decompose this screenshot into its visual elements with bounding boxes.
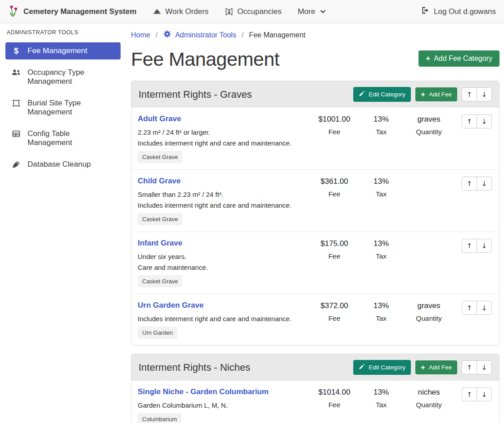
move-fee-down-button[interactable]: ↓ (477, 387, 492, 401)
sidebar-section-header: ADMINISTRATOR TOOLS (0, 29, 126, 36)
quantity-cell: graves Quantity (404, 114, 454, 136)
quantity-label: Quantity (404, 314, 454, 323)
breadcrumb-separator: / (242, 31, 243, 39)
sidebar-item-label: Database Cleanup (27, 160, 91, 169)
add-fee-button[interactable]: + Add Fee (415, 87, 457, 101)
quantity-value: graves (404, 301, 454, 310)
edit-category-label: Edit Category (369, 364, 405, 371)
add-fee-button[interactable]: + Add Fee (415, 360, 457, 374)
move-category-up-button[interactable]: ↑ (462, 360, 477, 374)
arrow-up-icon: ↑ (467, 304, 472, 312)
fee-name-link[interactable]: Infant Grave (138, 239, 182, 248)
move-fee-down-button[interactable]: ↓ (477, 177, 492, 191)
edit-category-label: Edit Category (369, 91, 405, 98)
breadcrumb-home-link[interactable]: Home (131, 31, 150, 39)
arrow-down-icon: ↓ (482, 304, 487, 312)
tax-value: 13% (359, 239, 404, 248)
move-fee-down-button[interactable]: ↓ (477, 239, 492, 253)
breadcrumb-admin-tools-link[interactable]: Administrator Tools (163, 30, 236, 40)
logout-button[interactable]: Log Out d.gowans (421, 6, 496, 17)
move-category-down-button[interactable]: ↓ (477, 360, 492, 374)
tulip-logo-icon (8, 4, 19, 19)
fee-type-badge: Casket Grave (138, 275, 182, 287)
fee-name-link[interactable]: Urn Garden Grave (138, 301, 203, 310)
tax-value: 13% (359, 177, 404, 186)
add-fee-label: Add Fee (429, 364, 452, 371)
quantity-label: Quantity (404, 128, 454, 136)
fee-name-link[interactable]: Adult Grave (138, 114, 181, 123)
page-title: Fee Management (131, 47, 279, 71)
nav-occupancies[interactable]: Occupancies (225, 7, 281, 16)
app-title: Cemetery Management System (23, 7, 136, 16)
fee-row-single-niche: Single Niche - Garden Columbarium Garden… (131, 381, 499, 423)
sidebar-item-fee-management[interactable]: $ Fee Management (5, 42, 121, 59)
tax-cell: 13% Tax (359, 114, 404, 136)
sidebar-item-database-cleanup[interactable]: Database Cleanup (5, 156, 121, 173)
move-category-down-button[interactable]: ↓ (477, 87, 492, 101)
move-category-up-button[interactable]: ↑ (462, 87, 477, 101)
arrow-up-icon: ↑ (467, 391, 472, 399)
move-fee-up-button[interactable]: ↑ (462, 177, 477, 191)
fee-type-badge: Urn Garden (138, 327, 177, 339)
move-fee-down-button[interactable]: ↓ (477, 114, 492, 128)
sidebar-item-config-table-management[interactable]: Config Table Management (5, 125, 121, 151)
tax-value: 13% (359, 115, 404, 124)
fee-amount: $1014.00 (310, 388, 359, 397)
sidebar-item-burial-site-type-management[interactable]: Burial Site Type Management (5, 95, 121, 121)
app-brand[interactable]: Cemetery Management System (8, 4, 136, 19)
pencil-icon (359, 364, 365, 371)
category-actions: Edit Category + Add Fee ↑ ↓ (353, 360, 492, 375)
fee-description: Under six years. (138, 253, 306, 260)
fee-amount: $372.00 (310, 301, 359, 310)
category-header: Interment Rights - Graves Edit Category … (131, 81, 499, 108)
arrow-down-icon: ↓ (482, 242, 487, 250)
plus-icon: + (421, 91, 425, 98)
breadcrumb: Home / Administrator Tools / Fee Managem… (131, 30, 500, 40)
move-fee-up-button[interactable]: ↑ (462, 387, 477, 401)
fee-amount-label: Fee (310, 314, 359, 323)
sidebar-item-label: Burial Site Type Management (27, 99, 115, 117)
fee-reorder-group: ↑ ↓ (457, 301, 492, 315)
tax-cell: 13% Tax (359, 387, 404, 409)
fee-amount-label: Fee (310, 252, 359, 260)
move-fee-up-button[interactable]: ↑ (462, 239, 477, 253)
edit-category-button[interactable]: Edit Category (353, 87, 411, 102)
chevron-down-icon (320, 8, 326, 15)
edit-category-button[interactable]: Edit Category (353, 360, 411, 375)
move-fee-up-button[interactable]: ↑ (462, 301, 477, 315)
fee-name-link[interactable]: Child Grave (138, 177, 180, 186)
fee-amount-cell: $372.00 Fee (310, 301, 359, 323)
add-fee-category-button[interactable]: + Add Fee Category (418, 50, 500, 67)
tax-label: Tax (359, 252, 404, 260)
fee-description: 2.23 m² / 24 ft² or larger. (138, 128, 306, 136)
arrow-down-icon: ↓ (482, 180, 487, 188)
fee-row-child-grave: Child Grave Smaller than 2.23 m² / 24 ft… (131, 169, 499, 232)
fee-description-2: Includes interment right and care and ma… (138, 139, 306, 147)
fee-info: Child Grave Smaller than 2.23 m² / 24 ft… (138, 177, 310, 225)
tax-label: Tax (359, 128, 404, 136)
fee-amount-label: Fee (310, 401, 359, 409)
move-fee-down-button[interactable]: ↓ (477, 301, 492, 315)
fee-row-adult-grave: Adult Grave 2.23 m² / 24 ft² or larger. … (131, 108, 499, 169)
tax-value: 13% (359, 388, 404, 397)
sidebar-item-label: Occupancy Type Management (27, 68, 115, 86)
fee-info: Urn Garden Grave Includes interment righ… (138, 301, 310, 339)
move-fee-up-button[interactable]: ↑ (462, 114, 477, 128)
fee-amount-cell: $1014.00 Fee (310, 387, 359, 409)
arrow-up-icon: ↑ (467, 364, 472, 372)
nav-item-label: Work Orders (165, 7, 208, 16)
occupancy-frame-icon (225, 7, 234, 16)
fee-description-2: Includes interment right and care and ma… (138, 201, 306, 209)
nav-more-menu[interactable]: More (298, 7, 327, 16)
sidebar-item-label: Config Table Management (27, 129, 115, 147)
nav-work-orders[interactable]: Work Orders (153, 7, 208, 16)
people-icon (11, 68, 22, 77)
fee-name-link[interactable]: Single Niche - Garden Columbarium (138, 387, 269, 396)
quantity-value: graves (404, 115, 454, 124)
breadcrumb-admin-tools-label: Administrator Tools (175, 31, 236, 39)
quantity-cell (404, 177, 454, 177)
category-title: Interment Rights - Niches (139, 362, 353, 373)
sidebar-item-occupancy-type-management[interactable]: Occupancy Type Management (5, 64, 121, 90)
fee-info: Infant Grave Under six years. Care and m… (138, 239, 310, 287)
arrow-down-icon: ↓ (482, 364, 487, 372)
